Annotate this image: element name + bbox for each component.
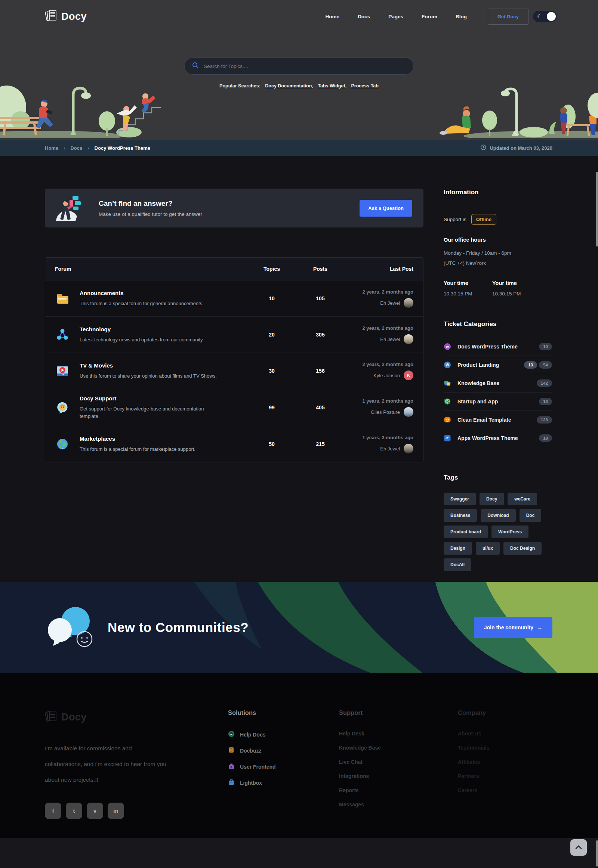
forum-title[interactable]: TV & Movies (79, 362, 217, 368)
footer-docy-logo[interactable]: Docy (45, 709, 168, 725)
tag-docy[interactable]: Docy (480, 493, 504, 506)
tag-product-board[interactable]: Product board (444, 525, 488, 538)
nav-forum[interactable]: Forum (422, 14, 437, 19)
last-post-time: 2 years, 2 months ago (362, 325, 413, 331)
category-unread-badge: 13 (524, 361, 537, 368)
breadcrumb-home[interactable]: Home (45, 145, 58, 151)
forum-row-tv-movies[interactable]: TV & Movies Use this forum to share your… (45, 353, 423, 389)
forum-row-marketplaces[interactable]: Marketplaces This forum is a special for… (45, 426, 423, 462)
footer-link-affiliates[interactable]: Affiliates (458, 759, 490, 765)
category-apps-wordpress-theme[interactable]: Apps WordPress Theme 18 (444, 429, 552, 447)
author-name[interactable]: Eh Jewel (380, 446, 400, 452)
tag-docall[interactable]: DocAll (444, 558, 471, 571)
category-clean-email-template[interactable]: Clean Email Template 123 (444, 411, 552, 429)
breadcrumb-docs[interactable]: Docs (70, 145, 82, 151)
tags-title: Tags (444, 474, 552, 482)
category-product-landing[interactable]: W Product Landing 13 54 (444, 356, 552, 374)
popular-link-tabs-widget[interactable]: Tabs Widget, (318, 83, 347, 88)
tag-wecare[interactable]: weCare (508, 493, 537, 506)
ask-a-question-button[interactable]: Ask a Question (360, 200, 412, 217)
footer-link-user-frontend[interactable]: User Frontend (228, 763, 295, 771)
docbuzz-icon (228, 747, 235, 755)
avatar[interactable] (404, 334, 413, 344)
category-label: Startup and App (457, 398, 539, 404)
dark-mode-toggle[interactable]: ☾ (533, 11, 557, 22)
solutions-title: Solutions (228, 709, 295, 716)
tag-uiux[interactable]: ui/ux (476, 542, 500, 555)
author-name[interactable]: Kyle Jonson (374, 373, 400, 378)
footer-link-careers[interactable]: Careers (458, 787, 490, 793)
category-count-badge: 13 (539, 398, 552, 405)
forum-title[interactable]: Announcements (79, 290, 204, 296)
forum-row-announcements[interactable]: Announcements This forum is a special fo… (45, 280, 423, 316)
ticket-categories-list: w Docs WordPress Theme 10 W Product Land… (444, 338, 552, 447)
chat-bubbles-icon (45, 605, 94, 650)
hero-section: Docy Home Docs Pages Forum Blog Get Docy… (0, 0, 598, 140)
vimeo-icon[interactable]: v (87, 802, 103, 819)
nav-pages[interactable]: Pages (388, 14, 403, 19)
category-startup-and-app[interactable]: D Startup and App 13 (444, 392, 552, 411)
footer-link-help-desk[interactable]: Help Desk (339, 731, 414, 737)
tag-business[interactable]: Business (444, 509, 477, 522)
tag-download[interactable]: Download (481, 509, 516, 522)
banner-text: Can’t find an answer? Make use of a qual… (99, 200, 202, 217)
footer-link-help-docs[interactable]: Help Docs (228, 731, 295, 738)
forum-row-docy-support[interactable]: Docy Support Get support for Docy knowle… (45, 389, 423, 426)
banner-subtitle: Make use of a qualified tutor to get the… (99, 212, 202, 217)
avatar[interactable]: K (404, 370, 413, 380)
popular-link-docy-documentation[interactable]: Docy Documentation, (265, 83, 313, 88)
forum-title[interactable]: Technology (79, 326, 204, 333)
avatar[interactable] (404, 407, 413, 417)
svg-text:w: w (446, 345, 449, 349)
footer-link-knowledge-base[interactable]: Knowledge Base (339, 745, 414, 751)
last-post-time: 1 years, 3 months ago (362, 435, 413, 440)
nav-blog[interactable]: Blog (456, 14, 467, 19)
category-docs-wordpress-theme[interactable]: w Docs WordPress Theme 10 (444, 338, 552, 356)
footer-link-reports[interactable]: Reports (339, 787, 414, 793)
tag-doc-design[interactable]: Doc Design (504, 542, 541, 555)
footer-logo-text: Docy (61, 711, 87, 723)
forum-row-technology[interactable]: Technology Latest technology news and up… (45, 316, 423, 353)
footer-link-integrations[interactable]: Integrations (339, 773, 414, 779)
footer-link-live-chat[interactable]: Live Chat (339, 759, 414, 765)
tag-swagger[interactable]: Swagger (444, 493, 476, 506)
popular-link-process-tab[interactable]: Process Tab (351, 83, 378, 88)
scrollbar-thumb[interactable] (596, 840, 598, 867)
linkedin-icon[interactable]: in (108, 802, 124, 819)
footer-link-about-us[interactable]: About Us (458, 731, 490, 737)
nav-docs[interactable]: Docs (358, 14, 370, 19)
footer-link-label: User Frontend (240, 764, 276, 770)
twitter-icon[interactable]: t (66, 802, 82, 819)
author-name[interactable]: Eh Jewel (380, 337, 400, 342)
breadcrumb-current: Docy WordPress Theme (94, 145, 150, 151)
footer-link-testimonials[interactable]: Testimonials (458, 745, 490, 751)
join-community-button[interactable]: Join the community → (474, 617, 552, 638)
author-name[interactable]: Eh Jewel (380, 300, 400, 306)
tag-doc[interactable]: Doc (520, 509, 541, 522)
docy-forum-page: Docy Home Docs Pages Forum Blog Get Docy… (0, 0, 598, 868)
docy-logo[interactable]: Docy (45, 9, 87, 24)
forum-title[interactable]: Docy Support (79, 395, 222, 401)
forum-title[interactable]: Marketplaces (79, 435, 196, 442)
avatar[interactable] (404, 298, 413, 308)
scrollbar-thumb[interactable] (596, 172, 598, 246)
footer-link-partners[interactable]: Partners (458, 773, 490, 779)
scroll-to-top-button[interactable] (570, 839, 587, 856)
search-bar[interactable] (184, 58, 414, 75)
avatar[interactable] (404, 444, 413, 453)
facebook-icon[interactable]: f (45, 802, 61, 819)
tag-wordpress[interactable]: WordPress (492, 525, 528, 538)
forum-row-text: Technology Latest technology news and up… (79, 326, 204, 344)
last-post-author: Eh Jewel (380, 334, 413, 344)
your-time-value: 10:30:15 PM (444, 291, 492, 297)
footer-link-lightbox[interactable]: Lightbox (228, 779, 295, 787)
nav-home[interactable]: Home (326, 14, 340, 19)
footer-link-messages[interactable]: Messages (339, 801, 414, 807)
search-input[interactable] (204, 64, 406, 69)
footer-link-docbuzz[interactable]: Docbuzz (228, 747, 295, 755)
forum-desc: This forum is a special forum for genera… (79, 300, 204, 307)
author-name[interactable]: Giles Posture (371, 409, 400, 415)
category-knowledge-base[interactable]: Knowledge Base 142 (444, 374, 552, 392)
get-docy-button[interactable]: Get Docy (488, 9, 528, 25)
tag-design[interactable]: Design (444, 542, 472, 555)
